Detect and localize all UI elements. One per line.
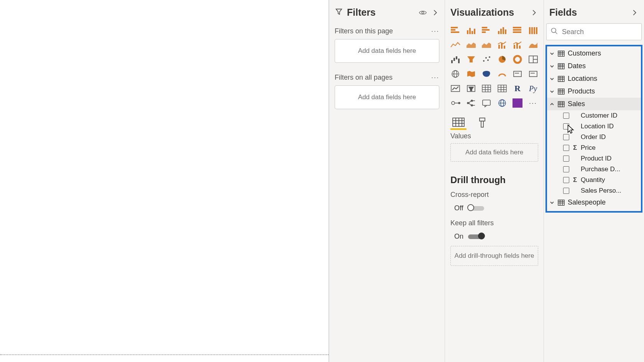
viz-area[interactable] [465, 39, 478, 51]
svg-point-62 [458, 102, 460, 104]
drillthrough-heading: Drill through [445, 167, 544, 189]
viz-donut[interactable] [511, 53, 524, 66]
viz-r-visual[interactable]: R [511, 82, 524, 95]
checkbox[interactable] [563, 166, 569, 172]
svg-rect-74 [453, 118, 464, 126]
viz-table[interactable] [480, 82, 493, 95]
checkbox[interactable] [563, 113, 569, 119]
svg-point-34 [487, 59, 489, 61]
collapse-filters-icon[interactable] [431, 8, 439, 17]
filters-page-more-icon[interactable]: ··· [431, 27, 439, 35]
visualization-picker: RPy··· [445, 22, 544, 111]
drillthrough-dropzone[interactable]: Add drill-through fields here [450, 246, 538, 266]
cross-report-toggle[interactable]: Off [445, 202, 544, 218]
viz-shape-map[interactable] [480, 68, 493, 80]
checkbox[interactable] [563, 134, 569, 140]
svg-rect-17 [513, 31, 521, 33]
format-tab[interactable] [474, 116, 490, 130]
viz-more[interactable]: ··· [527, 97, 540, 109]
field-product-id[interactable]: ΣProduct ID [547, 153, 641, 164]
viz-card[interactable] [511, 68, 524, 80]
viz-scatter[interactable] [480, 53, 493, 66]
svg-rect-14 [505, 29, 506, 34]
viz-kpi[interactable] [449, 82, 462, 95]
table-salespeople[interactable]: Salespeople [547, 196, 641, 209]
field-customer-id[interactable]: ΣCustomer ID [547, 110, 641, 121]
viz-slicer[interactable] [465, 82, 478, 95]
viz-line-column[interactable] [496, 39, 509, 51]
viz-gauge[interactable] [496, 68, 509, 80]
svg-rect-70 [483, 100, 490, 105]
table-icon [558, 75, 565, 82]
table-label: Products [568, 87, 595, 95]
svg-rect-46 [529, 71, 537, 77]
viz-filled-map[interactable] [465, 68, 478, 80]
viz-key-influencers[interactable] [449, 97, 462, 109]
viz-100-column[interactable] [527, 24, 540, 36]
table-sales[interactable]: Sales [547, 98, 641, 110]
svg-rect-21 [536, 27, 537, 34]
viz-multi-card[interactable] [527, 68, 540, 80]
field-location-id[interactable]: ΣLocation ID [547, 121, 641, 132]
viz-100-bar[interactable] [511, 24, 524, 36]
table-dates[interactable]: Dates [547, 60, 641, 72]
filters-all-dropzone[interactable]: Add data fields here [335, 85, 439, 109]
toggle-visibility-icon[interactable] [419, 8, 427, 17]
values-dropzone[interactable]: Add data fields here [450, 143, 538, 162]
checkbox[interactable] [563, 177, 569, 183]
filter-icon [335, 7, 343, 18]
viz-decomposition[interactable] [465, 97, 478, 109]
viz-arcgis[interactable] [496, 97, 509, 109]
viz-matrix[interactable] [496, 82, 509, 95]
svg-rect-4 [467, 30, 468, 34]
viz-pie[interactable] [496, 53, 509, 66]
svg-rect-104 [558, 102, 564, 107]
viz-funnel[interactable] [465, 53, 478, 66]
viz-map[interactable] [449, 68, 462, 80]
checkbox[interactable] [563, 156, 569, 162]
field-price[interactable]: ΣPrice [547, 143, 641, 153]
filters-all-more-icon[interactable]: ··· [431, 74, 439, 82]
fields-tab[interactable] [450, 116, 467, 130]
table-locations[interactable]: Locations [547, 72, 641, 85]
viz-ribbon[interactable] [527, 39, 540, 51]
chevron-down-icon [549, 200, 555, 205]
search-icon [550, 27, 558, 36]
field-label: Quantity [581, 176, 605, 184]
viz-stacked-bar[interactable] [449, 24, 462, 36]
keep-filters-toggle[interactable]: On [445, 230, 544, 246]
viz-line[interactable] [449, 39, 462, 51]
field-label: Sales Perso... [581, 187, 621, 195]
checkbox[interactable] [563, 145, 569, 151]
report-canvas[interactable] [0, 0, 329, 362]
field-sales-perso-[interactable]: ΣSales Perso... [547, 185, 641, 196]
viz-stacked-area[interactable] [480, 39, 493, 51]
viz-python-visual[interactable]: Py [527, 82, 540, 95]
svg-point-32 [483, 60, 485, 62]
field-order-id[interactable]: ΣOrder ID [547, 132, 641, 143]
collapse-visualizations-icon[interactable] [530, 8, 538, 17]
viz-stacked-column[interactable] [465, 24, 478, 36]
table-products[interactable]: Products [547, 85, 641, 98]
field-label: Order ID [581, 133, 606, 141]
field-purchase-d-[interactable]: ΣPurchase D... [547, 164, 641, 175]
viz-powerapps[interactable] [511, 97, 524, 109]
svg-point-33 [485, 57, 487, 59]
field-quantity[interactable]: ΣQuantity [547, 175, 641, 185]
svg-point-63 [467, 102, 469, 104]
search-input[interactable] [562, 28, 644, 36]
svg-rect-2 [451, 29, 455, 31]
table-customers[interactable]: Customers [547, 47, 641, 60]
filters-page-dropzone[interactable]: Add data fields here [335, 39, 439, 63]
checkbox[interactable] [563, 123, 569, 129]
viz-treemap[interactable] [527, 53, 540, 66]
fields-search[interactable] [546, 23, 642, 40]
viz-waterfall[interactable] [449, 53, 462, 66]
viz-line-column-2[interactable] [511, 39, 524, 51]
collapse-fields-icon[interactable] [630, 8, 639, 17]
checkbox[interactable] [563, 188, 569, 194]
viz-q-and-a[interactable] [480, 97, 493, 109]
viz-clustered-bar[interactable] [480, 24, 493, 36]
viz-clustered-column[interactable] [496, 24, 509, 36]
fields-title: Fields [549, 7, 626, 18]
